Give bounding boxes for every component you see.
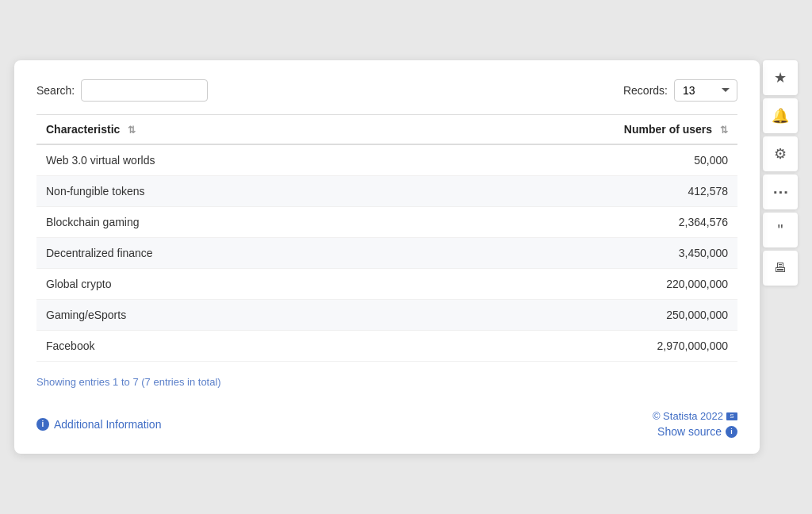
info-icon: i: [36, 418, 49, 431]
table-row: Facebook2,970,000,000: [36, 331, 737, 362]
share-icon: ⋯: [772, 182, 788, 201]
bell-icon: 🔔: [772, 107, 789, 125]
share-button[interactable]: ⋯: [763, 175, 798, 209]
records-area: Records: 13 25 50 100: [623, 79, 737, 102]
cell-users: 220,000,000: [394, 269, 737, 300]
table-row: Web 3.0 virtual worlds50,000: [36, 144, 737, 176]
star-button[interactable]: ★: [763, 60, 798, 95]
table-row: Gaming/eSports250,000,000: [36, 300, 737, 331]
table-row: Global crypto220,000,000: [36, 269, 737, 300]
right-sidebar: ★ 🔔 ⚙ ⋯ " 🖶: [763, 60, 798, 454]
search-label: Search:: [36, 84, 75, 97]
gear-button[interactable]: ⚙: [763, 136, 798, 171]
statista-credit: © Statista 2022 S: [653, 410, 737, 422]
sort-icon-characteristic: ⇅: [128, 125, 136, 136]
additional-info-label: Additional Information: [54, 418, 161, 431]
cell-users: 50,000: [394, 144, 737, 176]
cell-users: 3,450,000: [394, 238, 737, 269]
cell-characteristic: Global crypto: [36, 269, 394, 300]
cell-characteristic: Facebook: [36, 331, 394, 362]
additional-info-link[interactable]: i Additional Information: [36, 418, 161, 431]
cell-users: 2,970,000,000: [394, 331, 737, 362]
col-header-users[interactable]: Number of users ⇅: [394, 115, 737, 145]
records-select[interactable]: 13 25 50 100: [674, 79, 737, 102]
cell-characteristic: Decentralized finance: [36, 238, 394, 269]
star-icon: ★: [774, 69, 787, 86]
statista-credit-text: © Statista 2022: [653, 410, 723, 422]
print-button[interactable]: 🖶: [763, 251, 798, 286]
records-label: Records:: [623, 84, 668, 97]
cell-users: 250,000,000: [394, 300, 737, 331]
table-header-row: Characteristic ⇅ Number of users ⇅: [36, 115, 737, 145]
cell-users: 2,364,576: [394, 207, 737, 238]
bell-button[interactable]: 🔔: [763, 98, 798, 133]
col-header-characteristic-label: Characteristic: [46, 123, 120, 136]
cell-characteristic: Non-fungible tokens: [36, 176, 394, 207]
col-header-users-label: Number of users: [624, 123, 712, 136]
show-source-link[interactable]: Show source i: [657, 425, 737, 438]
quote-icon: ": [777, 221, 783, 240]
showing-entries-text: Showing entries 1 to 7 (7 entries in tot…: [36, 376, 737, 388]
data-table: Characteristic ⇅ Number of users ⇅ Web 3…: [36, 114, 737, 362]
show-source-label: Show source: [657, 425, 722, 438]
search-input[interactable]: [81, 79, 208, 102]
table-row: Blockchain gaming2,364,576: [36, 207, 737, 238]
footer-right: © Statista 2022 S Show source i: [653, 410, 737, 438]
cell-users: 412,578: [394, 176, 737, 207]
sort-icon-users: ⇅: [720, 125, 728, 136]
table-row: Non-fungible tokens412,578: [36, 176, 737, 207]
footer-row: i Additional Information © Statista 2022…: [36, 410, 737, 438]
main-card: Search: Records: 13 25 50 100: [14, 60, 760, 454]
statista-flag-icon: S: [726, 412, 737, 420]
cell-characteristic: Web 3.0 virtual worlds: [36, 144, 394, 176]
quote-button[interactable]: ": [763, 213, 798, 247]
col-header-characteristic[interactable]: Characteristic ⇅: [36, 115, 394, 145]
search-area: Search:: [36, 79, 208, 102]
gear-icon: ⚙: [774, 145, 787, 163]
show-source-info-icon: i: [726, 426, 737, 438]
table-row: Decentralized finance3,450,000: [36, 238, 737, 269]
print-icon: 🖶: [774, 261, 787, 275]
toolbar: Search: Records: 13 25 50 100: [36, 79, 737, 102]
cell-characteristic: Gaming/eSports: [36, 300, 394, 331]
cell-characteristic: Blockchain gaming: [36, 207, 394, 238]
